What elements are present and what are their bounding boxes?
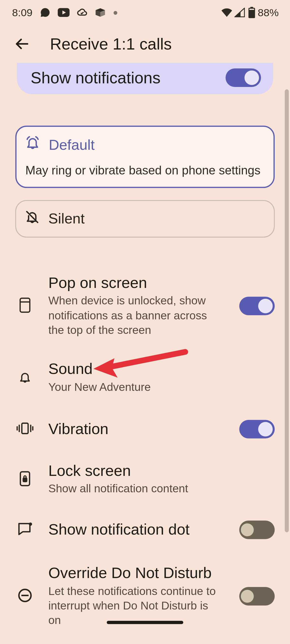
cloud-sync-icon xyxy=(77,7,87,18)
bell-off-icon xyxy=(25,210,39,228)
lockscreen-icon xyxy=(19,470,31,488)
vibration-toggle[interactable] xyxy=(239,420,275,438)
page-title: Receive 1:1 calls xyxy=(50,35,172,53)
dot-toggle[interactable] xyxy=(239,520,275,539)
svg-rect-4 xyxy=(249,9,254,10)
status-time: 8:09 xyxy=(12,6,32,19)
back-button[interactable] xyxy=(11,32,33,55)
sound-sub: Your New Adventure xyxy=(48,380,269,395)
sound-row[interactable]: Sound Your New Adventure xyxy=(15,350,274,406)
mode-silent[interactable]: Silent xyxy=(15,200,274,238)
bell-icon xyxy=(19,370,32,386)
pop-toggle[interactable] xyxy=(239,297,275,315)
show-notifications-label: Show notifications xyxy=(31,68,160,87)
lockscreen-row[interactable]: Lock screen Show all notification conten… xyxy=(15,452,274,507)
arrow-left-icon xyxy=(14,36,29,52)
svg-rect-7 xyxy=(20,298,30,312)
dnd-icon xyxy=(18,588,32,605)
vibration-icon xyxy=(16,422,34,436)
notification-dot-row[interactable]: Show notification dot xyxy=(15,507,274,553)
package-icon xyxy=(95,8,106,18)
chat-dot-icon xyxy=(18,522,33,538)
status-battery-pct: 88% xyxy=(258,6,279,19)
pop-sub: When device is unlocked, show notificati… xyxy=(48,294,220,338)
sound-title: Sound xyxy=(48,361,269,378)
svg-rect-15 xyxy=(23,478,27,482)
scrollbar[interactable] xyxy=(285,90,289,532)
svg-rect-2 xyxy=(250,7,253,8)
app-bar: Receive 1:1 calls xyxy=(0,25,290,63)
lockscreen-sub: Show all notification content xyxy=(48,482,269,496)
bell-ring-icon xyxy=(25,136,40,154)
dot-title: Show notification dot xyxy=(48,521,220,538)
svg-point-16 xyxy=(29,522,32,526)
mode-default-desc: May ring or vibrate based on phone setti… xyxy=(25,162,263,178)
mode-silent-label: Silent xyxy=(48,210,85,227)
pop-on-screen-row[interactable]: Pop on screen When device is unlocked, s… xyxy=(15,262,274,350)
override-dnd-row[interactable]: Override Do Not Disturb Let these notifi… xyxy=(15,553,274,631)
dnd-title: Override Do Not Disturb xyxy=(48,565,220,582)
vibration-row[interactable]: Vibration xyxy=(15,406,274,452)
pop-title: Pop on screen xyxy=(48,274,220,291)
show-notifications-toggle[interactable] xyxy=(225,68,261,87)
nav-handle[interactable] xyxy=(107,621,183,624)
lockscreen-title: Lock screen xyxy=(48,462,269,479)
battery-icon xyxy=(248,7,255,18)
phone-banner-icon xyxy=(19,297,32,315)
wifi-icon xyxy=(221,8,233,18)
dnd-toggle[interactable] xyxy=(239,587,275,606)
status-bar: 8:09 • 88% xyxy=(0,0,290,25)
mode-default-label: Default xyxy=(49,136,95,153)
chat-bubble-icon xyxy=(40,7,50,18)
youtube-icon xyxy=(58,8,70,17)
show-notifications-row[interactable]: Show notifications xyxy=(17,63,273,94)
svg-rect-9 xyxy=(22,423,28,433)
vibration-title: Vibration xyxy=(48,420,220,438)
mode-default[interactable]: Default May ring or vibrate based on pho… xyxy=(15,126,274,188)
signal-icon xyxy=(234,8,245,18)
